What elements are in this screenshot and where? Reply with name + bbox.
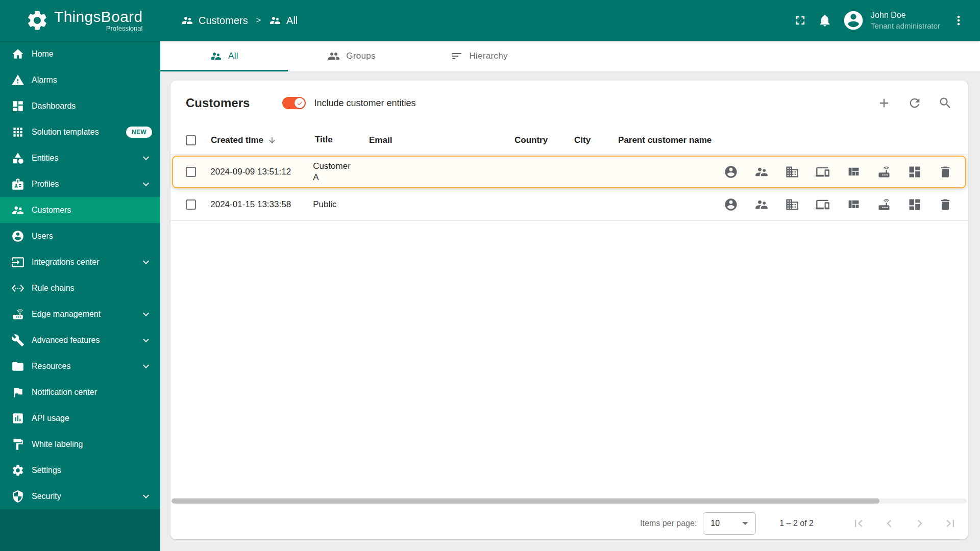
trash-icon xyxy=(938,165,952,179)
sidebar-item-integrations-center[interactable]: Integrations center xyxy=(0,249,160,275)
sidebar-item-profiles[interactable]: Profiles xyxy=(0,171,160,197)
cell-created-time: 2024-09-09 13:51:12 xyxy=(210,167,313,177)
last-page-button[interactable] xyxy=(943,516,958,531)
row-checkbox[interactable] xyxy=(186,167,196,177)
sidebar-item-resources[interactable]: Resources xyxy=(0,353,160,379)
manage-dashboards-button[interactable] xyxy=(908,165,922,179)
chevron-down-icon xyxy=(140,256,152,268)
table-header-row: Created time Title Email Country City Pa… xyxy=(170,126,968,155)
sidebar-item-white-labeling[interactable]: White labeling xyxy=(0,431,160,457)
sidebar-item-advanced-features[interactable]: Advanced features xyxy=(0,327,160,353)
add-customer-button[interactable] xyxy=(877,96,891,110)
breadcrumb-item-customers[interactable]: Customers xyxy=(181,14,248,27)
app-logo[interactable]: ThingsBoard Professional xyxy=(0,9,160,33)
more-vert-icon xyxy=(951,13,966,28)
refresh-button[interactable] xyxy=(908,96,922,110)
column-header-parent-customer-name[interactable]: Parent customer name xyxy=(618,135,732,145)
sidebar-item-notification-center[interactable]: Notification center xyxy=(0,379,160,405)
manage-users-button[interactable] xyxy=(724,165,738,179)
column-header-city[interactable]: City xyxy=(574,135,618,145)
app-name: ThingsBoard xyxy=(54,9,142,25)
column-header-title[interactable]: Title xyxy=(315,134,369,145)
cell-title: Customer A xyxy=(313,161,366,183)
column-header-country[interactable]: Country xyxy=(514,135,574,145)
customers-icon xyxy=(181,14,193,27)
tab-hierarchy[interactable]: Hierarchy xyxy=(415,41,543,71)
paint-icon xyxy=(11,438,24,451)
manage-dashboards-button[interactable] xyxy=(908,197,922,212)
sidebar-item-users[interactable]: Users xyxy=(0,223,160,249)
manage-entity-views-button[interactable] xyxy=(846,197,861,212)
manage-assets-button[interactable] xyxy=(785,165,799,179)
view-quilt-icon xyxy=(846,197,861,212)
page-range-label: 1 – 2 of 2 xyxy=(779,519,814,528)
manage-assets-button[interactable] xyxy=(785,197,799,212)
customers-table-card: Customers Include customer entities xyxy=(170,81,968,539)
bell-icon xyxy=(818,13,832,28)
search-button[interactable] xyxy=(938,96,952,110)
notifications-button[interactable] xyxy=(813,8,837,33)
warning-icon xyxy=(11,73,24,87)
manage-devices-button[interactable] xyxy=(816,165,830,179)
last-page-icon xyxy=(943,516,958,531)
delete-button[interactable] xyxy=(938,197,952,212)
manage-edge-instances-button[interactable] xyxy=(877,197,891,212)
toggle-label: Include customer entities xyxy=(314,98,415,109)
next-page-button[interactable] xyxy=(913,516,927,531)
supervisor-account-icon xyxy=(754,165,769,179)
building-icon xyxy=(785,197,799,212)
manage-customers-button[interactable] xyxy=(754,165,769,179)
sidebar-item-api-usage[interactable]: API usage xyxy=(0,405,160,431)
table-row-customer-a[interactable]: 2024-09-09 13:51:12 Customer A xyxy=(170,155,968,189)
user-avatar[interactable] xyxy=(842,9,865,32)
first-page-icon xyxy=(851,516,866,531)
first-page-button[interactable] xyxy=(851,516,866,531)
manage-edge-instances-button[interactable] xyxy=(877,165,891,179)
include-customer-entities-toggle[interactable] xyxy=(282,97,306,109)
sidebar-item-home[interactable]: Home xyxy=(0,41,160,67)
cell-created-time: 2024-01-15 13:33:58 xyxy=(210,199,313,210)
sidebar-item-dashboards[interactable]: Dashboards xyxy=(0,93,160,119)
user-menu-button[interactable] xyxy=(946,8,971,33)
wrench-icon xyxy=(11,334,24,347)
column-header-created-time[interactable]: Created time xyxy=(211,135,315,145)
horizontal-scrollbar[interactable] xyxy=(172,498,967,504)
customers-icon xyxy=(11,204,24,217)
dashboards-icon xyxy=(11,99,24,113)
main-content: All Groups Hierarchy Customers Include c… xyxy=(160,41,980,551)
fullscreen-button[interactable] xyxy=(788,8,813,33)
plus-icon xyxy=(877,96,891,110)
select-all-checkbox[interactable] xyxy=(186,135,196,145)
sidebar-item-alarms[interactable]: Alarms xyxy=(0,67,160,93)
scrollbar-thumb[interactable] xyxy=(172,498,879,504)
manage-customers-button[interactable] xyxy=(754,197,769,212)
account-circle-icon xyxy=(11,230,24,243)
devices-icon xyxy=(816,197,830,212)
column-header-email[interactable]: Email xyxy=(369,135,514,145)
delete-button[interactable] xyxy=(938,165,952,179)
sidebar-item-edge-management[interactable]: Edge management xyxy=(0,301,160,327)
sidebar-item-security[interactable]: Security xyxy=(0,483,160,509)
chart-box-icon xyxy=(11,412,24,425)
view-quilt-icon xyxy=(846,165,861,179)
tab-all[interactable]: All xyxy=(160,41,288,71)
hierarchy-icon xyxy=(451,50,463,62)
sidebar-item-customers[interactable]: Customers xyxy=(0,197,160,223)
dashboard-icon xyxy=(908,165,922,179)
items-per-page-select[interactable]: 10 xyxy=(703,512,756,535)
tab-groups[interactable]: Groups xyxy=(288,41,415,71)
manage-devices-button[interactable] xyxy=(816,197,830,212)
sidebar-item-entities[interactable]: Entities xyxy=(0,145,160,171)
sidebar-item-settings[interactable]: Settings xyxy=(0,457,160,483)
check-icon xyxy=(297,100,303,107)
breadcrumb-item-all[interactable]: All xyxy=(269,14,298,27)
previous-page-button[interactable] xyxy=(882,516,896,531)
sidebar-item-rule-chains[interactable]: Rule chains xyxy=(0,275,160,301)
table-row-public[interactable]: 2024-01-15 13:33:58 Public xyxy=(170,189,968,221)
caret-down-icon xyxy=(742,522,748,525)
row-checkbox[interactable] xyxy=(186,199,196,210)
shield-icon xyxy=(11,490,24,503)
manage-users-button[interactable] xyxy=(724,197,738,212)
manage-entity-views-button[interactable] xyxy=(846,165,861,179)
sidebar-item-solution-templates[interactable]: Solution templates NEW xyxy=(0,119,160,145)
